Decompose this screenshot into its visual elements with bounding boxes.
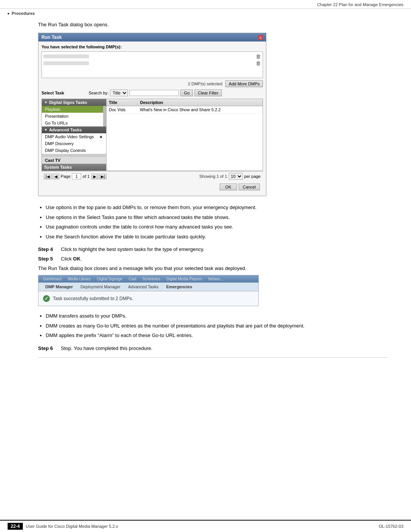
step-6-row: Step 6 Stop. You have completed this pro… [38, 345, 388, 351]
task-tree: ▼ Digital Signs Tasks Playlists Presenta… [42, 99, 107, 171]
nav-tab-network[interactable]: Networ... [205, 276, 226, 282]
success-message-area: ✓ Task successfully submitted to 2 DMPs. [38, 291, 258, 306]
dialog-close-button[interactable]: x [258, 35, 263, 40]
search-row: Select Task Search by: Title Go Clear Fi… [41, 89, 263, 96]
ok-button[interactable]: OK [220, 184, 237, 190]
page-label: Page [61, 174, 71, 179]
bullet-item-1: Use options in the top pane to add DMPs … [46, 204, 388, 211]
horizontal-rule [38, 357, 388, 358]
nav-tab-schedules[interactable]: Schedules [139, 276, 163, 282]
advanced-tasks-header[interactable]: ▼ Advanced Tasks [42, 126, 106, 133]
dmp-delete-icon-2[interactable]: 🗑 [256, 60, 261, 66]
showing-info: Showing 1 of 1 [199, 174, 227, 179]
system-tasks-header[interactable]: System Tasks [42, 164, 106, 171]
header-right: Chapter 22 Plan for and Manage Emergenci… [317, 2, 403, 7]
of-label: of 1 [83, 174, 89, 179]
tree-item-dmp-display[interactable]: DMP Display Controls [42, 147, 106, 154]
scroll-thumb [42, 154, 106, 157]
prev-page-button[interactable]: ◀ [53, 174, 59, 179]
pagination-row: |◀ ◀ Page of 1 ▶ ▶| Showing 1 of 1 10 25… [41, 171, 263, 181]
per-page-select[interactable]: 10 25 50 [229, 173, 243, 180]
tree-items-container: Playlists Presentation Go To URLs [42, 106, 106, 126]
last-page-button[interactable]: ▶| [99, 174, 107, 179]
row-title: Doc Vids [107, 106, 138, 113]
bullet-item-3: Use pagination controls under the table … [46, 223, 388, 231]
intro-text: The Run Task dialog box opens. [38, 22, 388, 27]
nav-tab-media-library[interactable]: Media Library [65, 276, 94, 282]
run-task-dialog: Run Task x You have selected the followi… [38, 33, 266, 196]
bullet-list-1: Use options in the top pane to add DMPs … [46, 204, 388, 240]
tree-item-dmp-discovery[interactable]: DMP Discovery [42, 140, 106, 147]
bullet2-item-1: DMM transfers assets to your DMPs. [46, 312, 388, 320]
page-footer: 22-4 User Guide for Cisco Digital Media … [0, 520, 411, 532]
success-icon: ✓ [43, 295, 50, 302]
dmp-item-2: 🗑 [43, 60, 261, 66]
dmp-audio-label: DMP Audio Video Settings [45, 134, 94, 139]
step-5-followup: The Run Task dialog box closes and a mes… [38, 265, 388, 271]
nav-tab-dashboard[interactable]: Dashboard [40, 276, 65, 282]
dmp-items-wrapper: 🗑 🗑 [43, 53, 261, 66]
search-input[interactable] [129, 90, 179, 96]
clear-filter-button[interactable]: Clear Filter [194, 89, 222, 96]
advanced-tree-items-container: DMP Audio Video Settings ◾ DMP Discovery… [42, 133, 106, 157]
sub-nav-emergencies[interactable]: Emergencies [162, 284, 196, 290]
dmp-footer: 2 DMP(s) selected Add More DMPs [41, 80, 263, 87]
sub-nav-deployment-manager[interactable]: Deployment Manager [77, 284, 124, 290]
system-tasks-label: System Tasks [44, 165, 72, 169]
page-number: 22-4 [8, 523, 23, 530]
page-info-area: Showing 1 of 1 10 25 50 per page [199, 173, 261, 180]
dmp-delete-icon-1[interactable]: 🗑 [256, 53, 261, 59]
tree-item-cast-tv[interactable]: Cast TV [42, 157, 106, 164]
tree-item-playlists[interactable]: Playlists [42, 106, 106, 113]
sub-nav-dmp-manager[interactable]: DMP Manager [41, 284, 77, 290]
nav-tab-cast[interactable]: Cast [126, 276, 140, 282]
tree-item-dmp-audio[interactable]: DMP Audio Video Settings ◾ [42, 133, 106, 140]
nav-bar: Dashboard Media Library Digital Signage … [38, 275, 258, 283]
dialog-titlebar: Run Task x [38, 33, 266, 42]
nav-tab-dmp[interactable]: Digital Media Players [163, 276, 205, 282]
step-4-label: Step 4 [38, 246, 61, 252]
search-by-label: Search by: [89, 91, 109, 95]
dmp-item-text-1 [43, 54, 89, 58]
footer-right: OL-15762-03 [379, 524, 403, 529]
task-table-panel: Title Description Doc Vids What's New in… [107, 99, 263, 171]
nav-tab-digital-signage[interactable]: Digital Signage [94, 276, 126, 282]
page-header: Chapter 22 Plan for and Manage Emergenci… [0, 0, 411, 9]
step-5-row: Step 5 Click OK. [38, 256, 388, 262]
success-text: Task successfully submitted to 2 DMPs. [53, 296, 133, 301]
scrollbar [103, 106, 106, 126]
table-row[interactable]: Doc Vids What's New in Cisco Show and Sh… [107, 106, 263, 113]
dialog-footer: OK Cancel [41, 181, 263, 193]
task-content: ▼ Digital Signs Tasks Playlists Presenta… [41, 99, 263, 171]
doc-title: User Guide for Cisco Digital Media Manag… [26, 524, 118, 529]
per-page-label: per page [244, 174, 261, 179]
procedures-label: Procedures [0, 9, 411, 18]
step-5-label: Step 5 [38, 256, 61, 262]
bullet2-item-3: DMM applies the prefix “Alarm” to each o… [46, 332, 388, 339]
dialog-title: Run Task [41, 35, 62, 40]
tree-item-presentation[interactable]: Presentation [42, 113, 106, 120]
step-4-row: Step 4 Click to highlight the best syste… [38, 246, 388, 252]
dmp-label: You have selected the following DMP(s): [41, 45, 263, 49]
bullet-item-4: Use the Search function above the table … [46, 233, 388, 241]
first-page-button[interactable]: |◀ [44, 174, 52, 179]
page-input[interactable] [72, 173, 81, 179]
footer-left: 22-4 User Guide for Cisco Digital Media … [8, 523, 118, 530]
ok-bold: OK [73, 256, 81, 262]
col-description: Description [138, 99, 263, 106]
search-by-select[interactable]: Title [110, 89, 128, 96]
tree-item-go-to-urls[interactable]: Go To URLs [42, 120, 106, 126]
go-button[interactable]: Go [180, 89, 193, 96]
add-more-dmps-button[interactable]: Add More DMPs [225, 80, 263, 87]
sub-nav: DMP Manager Deployment Manager Advanced … [38, 283, 258, 291]
main-content: The Run Task dialog box opens. Run Task … [0, 18, 411, 367]
bullet-item-2: Use options in the Select Tasks pane to … [46, 214, 388, 221]
sub-nav-advanced-tasks[interactable]: Advanced Tasks [124, 284, 162, 290]
success-screenshot: Dashboard Media Library Digital Signage … [38, 275, 259, 306]
next-page-button[interactable]: ▶ [91, 174, 98, 179]
col-title: Title [107, 99, 138, 106]
advanced-tasks-label: Advanced Tasks [49, 128, 82, 132]
cancel-button[interactable]: Cancel [239, 184, 260, 190]
digital-signs-tasks-header[interactable]: ▼ Digital Signs Tasks [42, 99, 106, 106]
bullet2-item-2: DMM creates as many Go-to URL entries as… [46, 322, 388, 330]
